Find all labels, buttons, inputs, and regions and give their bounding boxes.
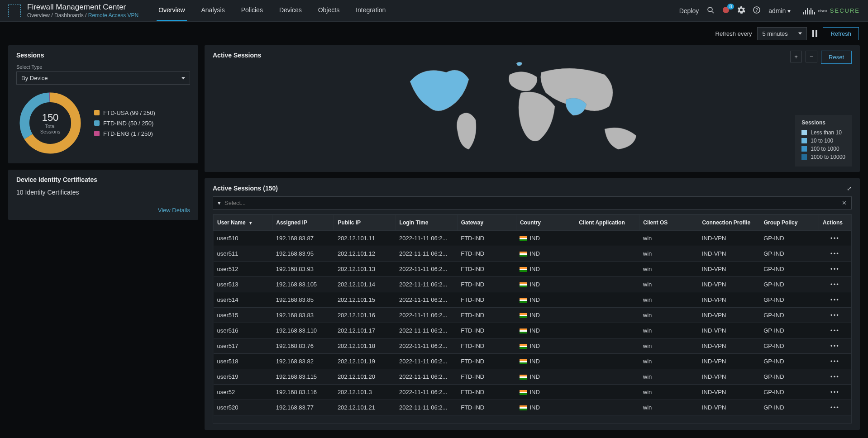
flag-india-icon [520, 359, 527, 364]
col-country[interactable]: Country [516, 215, 575, 231]
table-row[interactable]: user511192.168.83.95202.12.101.122022-11… [214, 246, 851, 262]
table-row[interactable]: user518192.168.83.82202.12.101.192022-11… [214, 354, 851, 369]
table-row[interactable]: user515192.168.83.83202.12.101.162022-11… [214, 308, 851, 323]
cisco-bars-icon [803, 7, 815, 14]
row-actions-icon[interactable]: ••• [819, 338, 851, 354]
active-sessions-table-panel: Active Sessions (150) ⤢ ▾ ✕ Use [205, 178, 860, 430]
sort-caret-icon: ▼ [248, 220, 253, 225]
header-actions: Deploy 8 ? admin ▾ cisco SECURE [679, 6, 860, 15]
row-actions-icon[interactable]: ••• [819, 246, 851, 262]
row-actions-icon[interactable]: ••• [819, 231, 851, 246]
col-conn-profile[interactable]: Connection Profile [698, 215, 760, 231]
legend-ftd-eng: FTD-ENG (1 / 250) [94, 130, 155, 137]
clear-filter-icon[interactable]: ✕ [842, 200, 847, 206]
col-username[interactable]: User Name▼ [214, 215, 272, 231]
table-row[interactable]: user512192.168.83.93202.12.101.132022-11… [214, 262, 851, 277]
table-title: Active Sessions (150) [213, 185, 278, 192]
legend-ftd-ind: FTD-IND (50 / 250) [94, 120, 155, 127]
app-title: Firewall Management Center [27, 3, 138, 12]
zoom-in-button[interactable]: + [790, 51, 802, 62]
flag-india-icon [520, 298, 527, 303]
refresh-every-label: Refresh every [715, 30, 752, 37]
nav-devices[interactable]: Devices [277, 0, 304, 21]
legend-ftd-usa: FTD-USA (99 / 250) [94, 110, 155, 116]
table-row[interactable]: user517192.168.83.76202.12.101.182022-11… [214, 338, 851, 354]
col-client-os[interactable]: Client OS [639, 215, 698, 231]
pause-icon[interactable] [812, 30, 817, 37]
row-actions-icon[interactable]: ••• [819, 308, 851, 323]
table-row[interactable]: user513192.168.83.105202.12.101.142022-1… [214, 277, 851, 292]
user-menu[interactable]: admin ▾ [768, 7, 791, 14]
expand-icon[interactable]: ⤢ [847, 185, 852, 192]
active-sessions-map-panel: Active Sessions + − Reset Sessions L [205, 45, 860, 172]
row-actions-icon[interactable]: ••• [819, 400, 851, 415]
nav-overview[interactable]: Overview [157, 0, 186, 21]
table-row[interactable]: user519192.168.83.115202.12.101.202022-1… [214, 369, 851, 385]
gear-icon[interactable] [738, 6, 745, 15]
sessions-title: Sessions [16, 52, 190, 59]
certificates-title: Device Identity Certificates [16, 176, 190, 183]
flag-india-icon [520, 328, 527, 333]
nav-integration[interactable]: Integration [354, 0, 387, 21]
notifications-icon[interactable]: 8 [722, 6, 730, 15]
refresh-button[interactable]: Refresh [823, 27, 859, 40]
col-login-time[interactable]: Login Time [396, 215, 457, 231]
session-type-select[interactable]: By Device [16, 71, 190, 85]
reset-map-button[interactable]: Reset [821, 51, 852, 64]
table-row[interactable]: user516192.168.83.110202.12.101.172022-1… [214, 323, 851, 338]
flag-india-icon [520, 252, 527, 257]
row-actions-icon[interactable]: ••• [819, 369, 851, 385]
refresh-bar: Refresh every 5 minutes Refresh [0, 22, 868, 45]
row-actions-icon[interactable]: ••• [819, 323, 851, 338]
breadcrumb: Overview / Dashboards / Remote Access VP… [27, 12, 138, 19]
nav-policies[interactable]: Policies [239, 0, 265, 21]
search-icon[interactable] [707, 6, 714, 15]
row-actions-icon[interactable]: ••• [819, 354, 851, 369]
col-group-policy[interactable]: Group Policy [760, 215, 819, 231]
refresh-interval-select[interactable]: 5 minutes [757, 27, 807, 40]
zoom-out-button[interactable]: − [806, 51, 817, 62]
sessions-panel: Sessions Select Type By Device 150 Total… [8, 45, 198, 163]
row-actions-icon[interactable]: ••• [819, 277, 851, 292]
filter-bar: ▾ ✕ [213, 196, 852, 209]
view-details-link[interactable]: View Details [16, 207, 190, 214]
certificates-count: 10 Identity Certificates [16, 189, 190, 196]
table-row[interactable]: user520192.168.83.77202.12.101.212022-11… [214, 400, 851, 415]
nav-analysis[interactable]: Analysis [200, 0, 227, 21]
flag-india-icon [520, 282, 527, 287]
svg-point-0 [708, 7, 712, 12]
flag-india-icon [520, 313, 527, 318]
breadcrumb-overview[interactable]: Overview [27, 12, 50, 19]
breadcrumb-current: Remote Access VPN [88, 12, 138, 19]
svg-text:?: ? [755, 8, 758, 13]
row-actions-icon[interactable]: ••• [819, 385, 851, 400]
nav-objects[interactable]: Objects [316, 0, 341, 21]
table-row[interactable]: user514192.168.83.85202.12.101.152022-11… [214, 292, 851, 308]
row-actions-icon[interactable]: ••• [819, 262, 851, 277]
col-assigned-ip[interactable]: Assigned IP [272, 215, 334, 231]
breadcrumb-dashboards[interactable]: Dashboards [54, 12, 84, 19]
flag-india-icon [520, 405, 527, 410]
flag-india-icon [520, 267, 527, 272]
col-gateway[interactable]: Gateway [457, 215, 516, 231]
title-block: Firewall Management Center Overview / Da… [27, 3, 138, 19]
certificates-panel: Device Identity Certificates 10 Identity… [8, 170, 198, 220]
deploy-button[interactable]: Deploy [679, 7, 699, 14]
col-public-ip[interactable]: Public IP [334, 215, 396, 231]
notification-count: 8 [727, 4, 734, 10]
help-icon[interactable]: ? [753, 6, 760, 15]
flag-india-icon [520, 390, 527, 395]
row-actions-icon[interactable]: ••• [819, 292, 851, 308]
map-legend: Sessions Less than 10 10 to 100 100 to 1… [795, 115, 852, 167]
total-sessions-number: 150 [42, 112, 59, 124]
table-row[interactable]: user510192.168.83.87202.12.101.112022-11… [214, 231, 851, 246]
filter-icon: ▾ [218, 200, 221, 206]
table-row[interactable]: user52192.168.83.116202.12.101.32022-11-… [214, 385, 851, 400]
sessions-grid[interactable]: User Name▼ Assigned IP Public IP Login T… [213, 214, 852, 424]
col-actions[interactable]: Actions [819, 215, 851, 231]
filter-input[interactable] [224, 200, 838, 206]
world-map[interactable] [405, 57, 659, 161]
main-nav: Overview Analysis Policies Devices Objec… [157, 0, 387, 21]
sessions-donut-chart: 150 Total Sessions [16, 89, 84, 157]
col-client-app[interactable]: Client Application [575, 215, 639, 231]
